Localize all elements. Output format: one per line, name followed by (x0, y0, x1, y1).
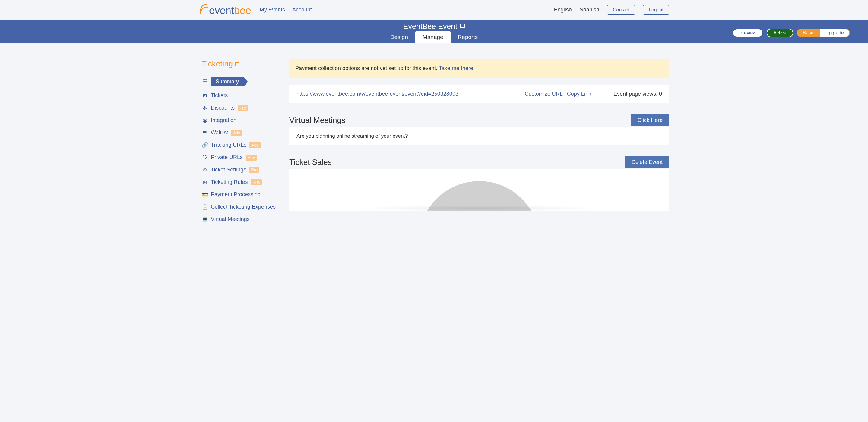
private-icon: 🛡 (202, 154, 208, 161)
sidebar-item-label: Private URLs (211, 154, 243, 161)
summary-icon: ☰ (202, 79, 208, 85)
tab-design[interactable]: Design (383, 31, 415, 43)
payment-icon: 💳 (202, 192, 208, 198)
bee-icon (199, 3, 208, 17)
adv-badge: Adv (249, 142, 260, 148)
sidebar-item-tracking-urls[interactable]: 🔗Tracking URLs Adv (202, 139, 289, 151)
sidebar-item-payment-processing[interactable]: 💳Payment Processing (202, 188, 289, 201)
expand-icon (235, 59, 239, 68)
ticket-sales-card (289, 169, 669, 211)
sidebar-item-integration[interactable]: ◉Integration (202, 114, 289, 126)
external-link-icon[interactable] (460, 24, 465, 29)
virtual-meetings-heading: Virtual Meetings (289, 116, 345, 125)
tab-reports[interactable]: Reports (451, 31, 485, 43)
plan-basic-label: Basic (798, 29, 820, 36)
upgrade-label: Upgrade (820, 29, 849, 36)
sidebar-item-label: Ticket Settings (211, 167, 246, 173)
ticket-sales-chart (289, 169, 669, 211)
sidebar-item-label: Payment Processing (211, 191, 260, 198)
sidebar-item-label: Discounts (211, 105, 235, 111)
alert-link[interactable]: Take me there. (439, 65, 475, 71)
sidebar-item-tickets[interactable]: 🎟Tickets (202, 89, 289, 102)
sidebar-item-ticketing-rules[interactable]: ⊞Ticketing Rules Bus (202, 176, 289, 188)
payment-setup-alert: Payment collection options are not yet s… (289, 59, 669, 78)
sidebar-item-label: Tickets (211, 92, 228, 99)
sidebar-item-waitlist[interactable]: ≣Waitlist Adv (202, 126, 289, 139)
tab-manage[interactable]: Manage (415, 31, 451, 43)
sidebar-item-label: Collect Ticketing Expenses (211, 204, 276, 210)
settings-icon: ⚙ (202, 167, 208, 173)
pro-badge: Pro (238, 105, 248, 111)
tracking-icon: 🔗 (202, 142, 208, 148)
sidebar-item-summary[interactable]: ☰Summary (202, 74, 289, 89)
bus-badge: Bus (251, 179, 261, 185)
plan-pill[interactable]: Basic Upgrade (797, 29, 850, 37)
sidebar-item-private-urls[interactable]: 🛡Private URLs Adv (202, 151, 289, 164)
sidebar-item-virtual-meetings[interactable]: 💻Virtual Meetings (202, 213, 289, 225)
sidebar-section-ticketing[interactable]: Ticketing (202, 59, 289, 68)
logout-button[interactable]: Logout (643, 5, 669, 15)
contact-button[interactable]: Contact (607, 5, 635, 15)
lang-spanish[interactable]: Spanish (580, 7, 599, 13)
sidebar-item-label: Ticketing Rules (211, 179, 248, 185)
click-here-button[interactable]: Click Here (631, 114, 669, 126)
sidebar-item-label: Tracking URLs (211, 142, 246, 148)
sidebar-item-label: Integration (211, 117, 237, 123)
svg-rect-1 (236, 63, 239, 66)
sidebar-item-label: Virtual Meetings (211, 216, 250, 223)
integration-icon: ◉ (202, 117, 208, 123)
sidebar-item-collect-expenses[interactable]: 📋Collect Ticketing Expenses (202, 201, 289, 213)
discounts-icon: ✻ (202, 105, 208, 111)
sidebar-item-discounts[interactable]: ✻Discounts Pro (202, 102, 289, 114)
collect-icon: 📋 (202, 204, 208, 210)
logo-text-1: event (209, 4, 234, 16)
sidebar-item-label: Summary (211, 77, 244, 86)
preview-button[interactable]: Preview (733, 29, 763, 37)
nav-account[interactable]: Account (292, 7, 312, 13)
customize-url-link[interactable]: Customize URL (525, 91, 563, 97)
page-views: Event page views: 0 (614, 91, 662, 97)
virtual-meetings-card: Are you planning online streaming of you… (289, 127, 669, 145)
event-url-card: https://www.eventbee.com/v/eventbee-even… (289, 85, 669, 103)
virtual-icon: 💻 (202, 217, 208, 223)
tickets-icon: 🎟 (202, 93, 208, 99)
rules-icon: ⊞ (202, 179, 208, 185)
delete-event-button[interactable]: Delete Event (625, 156, 669, 168)
logo-text-2: bee (234, 4, 251, 16)
copy-link[interactable]: Copy Link (567, 91, 591, 97)
sidebar-section-label: Ticketing (202, 59, 233, 68)
virtual-meetings-text: Are you planning online streaming of you… (297, 133, 408, 139)
waitlist-icon: ≣ (202, 130, 208, 136)
event-title: EventBee Event (403, 22, 457, 31)
sidebar-item-ticket-settings[interactable]: ⚙Ticket Settings Pro (202, 164, 289, 176)
event-url-link[interactable]: https://www.eventbee.com/v/eventbee-even… (297, 91, 459, 97)
logo[interactable]: eventbee (199, 3, 251, 17)
ticket-sales-heading: Ticket Sales (289, 158, 332, 167)
adv-badge: Adv (246, 154, 257, 161)
adv-badge: Adv (231, 130, 242, 136)
sidebar-item-label: Waitlist (211, 130, 228, 136)
status-active-button[interactable]: Active (767, 29, 793, 37)
svg-rect-0 (461, 24, 464, 28)
pro-badge: Pro (249, 167, 259, 173)
lang-english[interactable]: English (554, 7, 572, 13)
alert-text: Payment collection options are not yet s… (295, 65, 439, 71)
nav-my-events[interactable]: My Events (260, 7, 285, 13)
